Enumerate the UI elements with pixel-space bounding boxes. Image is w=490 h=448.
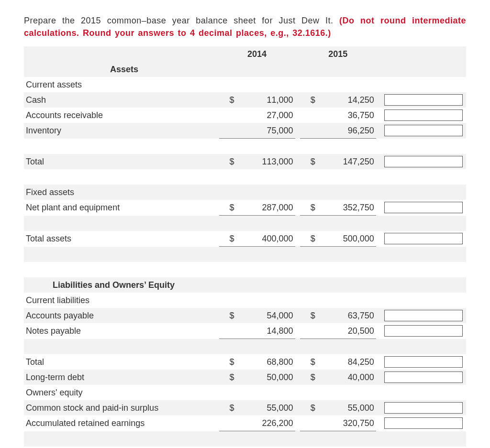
row-oe: Owners' equity [24,385,466,400]
row-ap: Accounts payable $ 54,000 $ 63,750 [24,308,466,323]
instructions-text: Prepare the 2015 common–base year balanc… [24,14,466,39]
input-cl-total[interactable] [384,356,463,368]
liab-header: Liabilities and Owners’ Equity [24,277,466,293]
input-net-pe[interactable] [384,202,463,213]
row-fixed-assets: Fixed assets [24,185,466,200]
input-ca-total[interactable] [384,156,463,167]
row-blank2 [24,262,466,277]
row-cash: Cash $ 11,000 $ 14,250 [24,92,466,108]
input-common-stock[interactable] [384,402,463,414]
row-net-pe: Net plant and equipment $ 287,000 $ 352,… [24,200,466,216]
row-ar: Accounts receivable 27,000 36,750 [24,108,466,123]
input-total-assets[interactable] [384,233,463,244]
row-blank [24,169,466,185]
row-spacer3 [24,339,466,355]
row-dbl [24,247,466,262]
row-spacer [24,139,466,154]
instr-part1: Prepare the 2015 common–base year balanc… [24,16,339,25]
input-retained[interactable] [384,417,463,429]
balance-sheet-table: 2014 2015 Assets Current assets Cash $ 1… [24,46,466,448]
input-inventory[interactable] [384,125,463,136]
row-ca-total: Total $ 113,000 $ 147,250 [24,154,466,169]
row-spacer4 [24,431,466,447]
col-2014: 2014 [219,46,295,62]
col-2015: 2015 [300,46,376,62]
row-cl-total: Total $ 68,800 $ 84,250 [24,354,466,370]
input-ap[interactable] [384,310,463,321]
row-current-liab: Current liabilities [24,293,466,308]
row-np: Notes payable 14,800 20,500 [24,323,466,339]
input-ltd[interactable] [384,372,463,383]
row-current-assets: Current assets [24,77,466,92]
row-common-stock: Common stock and paid-in surplus $ 55,00… [24,400,466,415]
row-retained: Accumulated retained earnings 226,200 32… [24,415,466,431]
input-ar[interactable] [384,109,463,121]
input-cash[interactable] [384,94,463,106]
row-spacer2 [24,216,466,231]
input-np[interactable] [384,325,463,337]
assets-header: Assets [24,62,466,77]
row-ltd: Long-term debt $ 50,000 $ 40,000 [24,370,466,385]
year-header-row: 2014 2015 [24,46,466,62]
row-total-assets: Total assets $ 400,000 $ 500,000 [24,231,466,247]
row-inventory: Inventory 75,000 96,250 [24,123,466,139]
